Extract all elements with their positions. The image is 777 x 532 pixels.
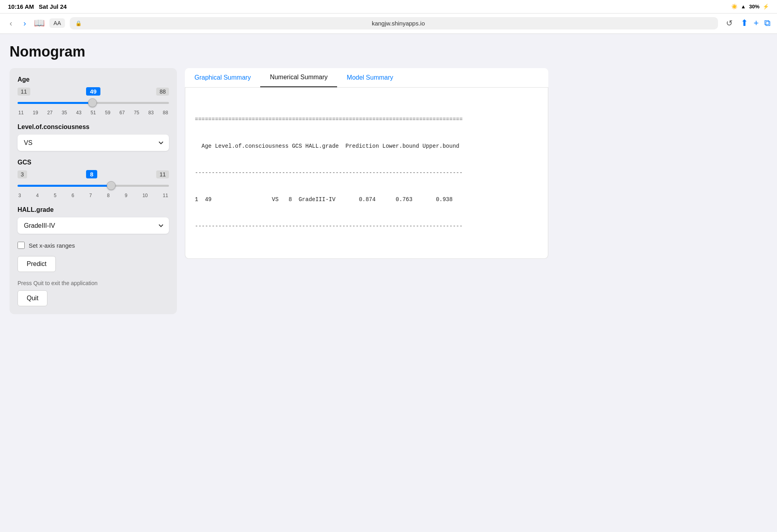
age-current-display: 49 bbox=[86, 87, 101, 96]
right-panel: Graphical Summary Numerical Summary Mode… bbox=[185, 68, 548, 259]
signal-icon: ▲ bbox=[741, 4, 746, 10]
gcs-min-display: 3 bbox=[18, 170, 27, 178]
page-title: Nomogram bbox=[10, 43, 548, 60]
gcs-slider-container: GCS 3 8 11 34567 891011 bbox=[18, 159, 169, 198]
wifi-icon: ☀️ bbox=[731, 4, 738, 10]
gcs-value-row: 3 8 11 bbox=[18, 170, 169, 178]
age-max-display: 88 bbox=[156, 88, 169, 96]
text-size-button[interactable]: AA bbox=[49, 18, 65, 28]
hall-label: HALL.grade bbox=[18, 206, 169, 213]
tabs-button[interactable]: ⧉ bbox=[764, 18, 771, 28]
hall-wrapper: HALL.grade GradeI-II GradeIII-IV bbox=[18, 206, 169, 234]
age-ticks: 1119273543 515967758388 bbox=[18, 110, 169, 115]
quit-button[interactable]: Quit bbox=[18, 290, 47, 306]
age-slider-container: Age 11 49 88 1119273543 515967758388 bbox=[18, 76, 169, 115]
table-headers: Age Level.of.consciousness GCS HALL.grad… bbox=[195, 142, 538, 151]
loc-wrapper: Level.of.consciousness VS Stupor Coma bbox=[18, 123, 169, 151]
xaxis-label: Set x-axis ranges bbox=[29, 242, 75, 249]
status-bar: 10:16 AM Sat Jul 24 ☀️ ▲ 30% ⚡ bbox=[0, 0, 777, 14]
separator-top: ========================================… bbox=[195, 115, 538, 124]
separator-mid: ----------------------------------------… bbox=[195, 168, 538, 177]
gcs-slider[interactable] bbox=[18, 185, 169, 187]
bookmarks-icon[interactable]: 📖 bbox=[34, 18, 45, 28]
xaxis-checkbox-row: Set x-axis ranges bbox=[18, 242, 169, 249]
loc-select[interactable]: VS Stupor Coma bbox=[18, 135, 169, 151]
lock-icon: 🔒 bbox=[75, 20, 82, 26]
charging-icon: ⚡ bbox=[763, 4, 769, 10]
date-display: Sat Jul 24 bbox=[39, 3, 67, 10]
tab-model[interactable]: Model Summary bbox=[337, 68, 402, 87]
tab-numerical[interactable]: Numerical Summary bbox=[260, 68, 337, 87]
share-button[interactable]: ⬆ bbox=[741, 18, 748, 28]
main-content: Nomogram Age 11 49 88 1119273543 5159677… bbox=[0, 34, 558, 324]
left-panel: Age 11 49 88 1119273543 515967758388 Lev… bbox=[10, 68, 177, 314]
url-text: kangjw.shinyapps.io bbox=[84, 20, 712, 27]
tab-graphical[interactable]: Graphical Summary bbox=[185, 68, 260, 87]
age-slider[interactable] bbox=[18, 102, 169, 104]
age-min-display: 11 bbox=[18, 88, 30, 96]
age-label: Age bbox=[18, 76, 169, 83]
tab-content-numerical: ========================================… bbox=[185, 88, 548, 259]
predict-button[interactable]: Predict bbox=[18, 256, 56, 272]
table-row: 1 49 VS 8 GradeIII-IV 0.874 0.763 0.938 bbox=[195, 195, 538, 204]
age-value-row: 11 49 88 bbox=[18, 87, 169, 96]
gcs-track-wrapper bbox=[18, 180, 169, 191]
loc-label: Level.of.consciousness bbox=[18, 123, 169, 131]
gcs-ticks: 34567 891011 bbox=[18, 193, 169, 198]
battery-display: 30% bbox=[749, 4, 759, 10]
layout: Age 11 49 88 1119273543 515967758388 Lev… bbox=[10, 68, 548, 314]
quit-section: Press Quit to exit the application Quit bbox=[18, 280, 169, 306]
gcs-max-display: 11 bbox=[156, 170, 169, 178]
tabs-container: Graphical Summary Numerical Summary Mode… bbox=[185, 68, 548, 88]
forward-button[interactable]: › bbox=[20, 17, 29, 29]
quit-hint: Press Quit to exit the application bbox=[18, 280, 169, 286]
back-button[interactable]: ‹ bbox=[6, 17, 16, 29]
numerical-summary-table: ========================================… bbox=[195, 97, 538, 249]
hall-select[interactable]: GradeI-II GradeIII-IV bbox=[18, 217, 169, 234]
xaxis-checkbox[interactable] bbox=[18, 242, 25, 249]
reload-button[interactable]: ↺ bbox=[723, 17, 736, 29]
age-track-wrapper bbox=[18, 97, 169, 108]
new-tab-button[interactable]: + bbox=[753, 18, 759, 28]
separator-bot: ----------------------------------------… bbox=[195, 222, 538, 231]
browser-chrome: ‹ › 📖 AA 🔒 kangjw.shinyapps.io ↺ ⬆ + ⧉ bbox=[0, 14, 777, 34]
time-display: 10:16 AM bbox=[8, 3, 34, 10]
gcs-label: GCS bbox=[18, 159, 169, 166]
url-bar[interactable]: 🔒 kangjw.shinyapps.io bbox=[70, 17, 718, 29]
gcs-current-display: 8 bbox=[86, 170, 97, 178]
